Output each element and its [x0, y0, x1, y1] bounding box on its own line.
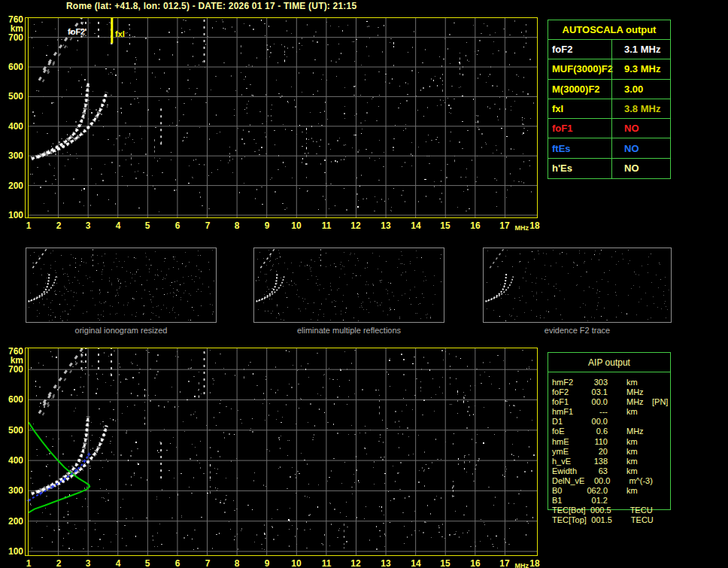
- x-axis-tick-label: 17: [493, 559, 517, 568]
- aip-unit: TECU: [631, 515, 657, 525]
- autoscala-table-header: AUTOSCALA output: [548, 20, 670, 40]
- aip-label: B0: [552, 486, 582, 496]
- x-axis-tick-label: 2: [47, 221, 71, 230]
- aip-value: 63: [582, 466, 608, 476]
- aip-unit: [626, 417, 652, 427]
- x-axis-tick-label: 8: [225, 559, 249, 568]
- thumbnail-original-ionogram: [26, 248, 217, 323]
- aip-value: 110: [582, 437, 608, 447]
- x-axis-tick-label: 7: [196, 221, 220, 230]
- aip-value: 03.1: [582, 387, 608, 397]
- x-axis-tick-label: 1: [17, 559, 41, 568]
- x-axis-tick-label: 4: [106, 559, 130, 568]
- aip-unit: m^(-3): [629, 476, 654, 486]
- aip-unit: km: [626, 486, 652, 496]
- x-axis-tick-label: 13: [374, 221, 398, 230]
- aip-row: ymE20km: [552, 447, 680, 457]
- autoscala-row-label: ftEs: [548, 138, 611, 158]
- x-axis-tick-label: 15: [433, 221, 457, 230]
- aip-label: D1: [552, 417, 582, 427]
- y-axis-tick-label: 400: [1, 122, 23, 131]
- aip-value: 20: [582, 447, 608, 457]
- aip-table-rows: hmF2303kmfoF203.1MHzfoF100.0MHz[PN]hmF1-…: [552, 378, 680, 525]
- x-axis-tick-label: 11: [314, 221, 338, 230]
- x-axis-tick-label: 11: [314, 559, 338, 568]
- x-axis-tick-label: 9: [255, 221, 279, 230]
- aip-row: hmF2303km: [552, 378, 680, 387]
- y-axis-tick-label: 200: [1, 517, 23, 526]
- aip-value: 00.0: [584, 476, 610, 486]
- autoscala-row-label: foF2: [548, 40, 611, 59]
- autoscala-row-value: 9.3 MHz: [611, 59, 670, 79]
- main-ionogram-canvas: [25, 17, 538, 218]
- autoscala-row-value: 3.8 MHz: [611, 99, 670, 119]
- aip-row: h_vE138km: [552, 457, 680, 466]
- aip-unit: km: [626, 447, 652, 457]
- aip-label: B1: [552, 496, 582, 506]
- x-axis-tick-label: 13: [374, 559, 398, 568]
- x-axis-tick-label: 4: [106, 221, 130, 230]
- aip-unit: km: [626, 407, 652, 417]
- autoscala-row-label: h'Es: [548, 159, 611, 178]
- y-axis-tick-label: 500: [1, 426, 23, 435]
- autoscala-row-label: MUF(3000)F2: [548, 59, 611, 79]
- thumbnail-caption: original ionogram resized: [26, 326, 217, 335]
- aip-row: hmF1---km: [552, 407, 680, 417]
- aip-unit: MHz: [626, 397, 652, 407]
- x-axis-tick-label: 17: [493, 221, 517, 230]
- y-axis-tick-label: 600: [1, 62, 23, 71]
- x-axis-tick-label: 15: [433, 559, 457, 568]
- aip-unit: km: [626, 466, 652, 476]
- aip-row: foE0.6MHz: [552, 427, 680, 436]
- y-axis-tick-label: 300: [1, 486, 23, 495]
- y-axis-tick-label: 500: [1, 92, 23, 101]
- aip-label: hmF2: [552, 378, 582, 387]
- x-axis-tick-label: 12: [344, 221, 368, 230]
- autoscala-row-label: foF1: [548, 119, 611, 138]
- aip-row: foF203.1MHz: [552, 387, 680, 397]
- y-axis-tick-label: 700: [1, 33, 23, 42]
- aip-label: Ewidth: [552, 466, 582, 476]
- aip-row: TEC[Bot]000.5TECU: [552, 506, 680, 515]
- y-axis-tick-label: 400: [1, 456, 23, 465]
- aip-row: B101.2: [552, 496, 680, 506]
- aip-value: ---: [582, 407, 608, 417]
- aip-table: AIP output hmF2303kmfoF203.1MHzfoF100.0M…: [548, 352, 671, 510]
- x-axis-tick-label: 12: [344, 559, 368, 568]
- autoscala-output-screen: Rome (lat: +41.8, lon: 012.5) - DATE: 20…: [0, 0, 728, 568]
- analysis-ionogram-canvas: [25, 348, 538, 556]
- x-axis-tick-label: 3: [76, 221, 100, 230]
- aip-row: D100.0: [552, 417, 680, 427]
- x-axis-unit-label: MHz: [514, 563, 529, 568]
- aip-label: h_vE: [552, 457, 582, 466]
- autoscala-table: AUTOSCALA output foF23.1 MHzMUF(3000)F29…: [548, 20, 671, 179]
- x-axis-tick-label: 8: [225, 221, 249, 230]
- autoscala-row-label: M(3000)F2: [548, 80, 611, 99]
- x-axis-tick-label: 5: [135, 559, 159, 568]
- fxi-annotation: fxI: [115, 30, 125, 38]
- aip-label: TEC[Top]: [552, 515, 587, 525]
- y-axis-tick-label: 100: [1, 211, 23, 220]
- aip-label: foF2: [552, 387, 582, 397]
- autoscala-row-label: fxI: [548, 99, 611, 119]
- thumbnail-caption: eliminate multiple reflections: [253, 326, 444, 335]
- aip-value: 01.2: [582, 496, 608, 506]
- x-axis-tick-label: 6: [165, 559, 190, 568]
- aip-unit: MHz: [626, 427, 652, 436]
- aip-label: hmF1: [552, 407, 582, 417]
- x-axis-tick-label: 9: [255, 559, 279, 568]
- thumbnail-eliminate-reflections: [253, 248, 444, 323]
- aip-label: DelN_vE: [552, 476, 584, 486]
- aip-value: 303: [582, 378, 608, 387]
- x-axis-tick-label: 3: [76, 559, 100, 568]
- y-axis-tick-label: 200: [1, 181, 23, 190]
- aip-unit: MHz: [626, 387, 652, 397]
- aip-unit: km: [626, 378, 652, 387]
- x-axis-tick-label: 14: [404, 559, 428, 568]
- page-title: Rome (lat: +41.8, lon: 012.5) - DATE: 20…: [66, 1, 356, 11]
- aip-row: DelN_vE00.0m^(-3): [552, 476, 680, 486]
- aip-unit: km: [626, 437, 652, 447]
- y-axis-unit-label: km: [1, 24, 23, 33]
- y-axis-unit-label: km: [1, 356, 23, 365]
- x-axis-tick-label: 1: [17, 221, 41, 230]
